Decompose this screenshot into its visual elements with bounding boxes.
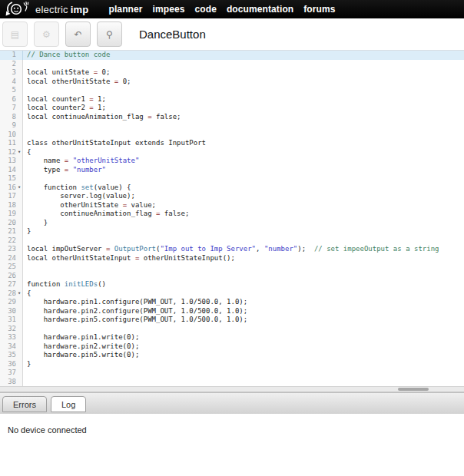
line-number: 24: [0, 254, 23, 263]
line-number: 12▾: [0, 148, 23, 157]
code-line-6[interactable]: 6local counter1 = 1;: [0, 95, 464, 104]
nav-item-planner[interactable]: planner: [109, 4, 143, 15]
line-number: 4: [0, 78, 23, 87]
code-text: server.log(value);: [23, 192, 135, 201]
line-number: 32: [0, 325, 23, 334]
code-line-34[interactable]: 34 hardware.pin2.write(0);: [0, 342, 464, 352]
code-line-13[interactable]: 13 name = "otherUnitState": [0, 157, 464, 166]
code-line-8[interactable]: 8local continueAnimation_flag = false;: [0, 113, 464, 122]
code-line-25[interactable]: 25: [0, 263, 464, 272]
code-line-3[interactable]: 3local unitState = 0;: [0, 68, 464, 78]
horizontal-scrollbar[interactable]: [0, 386, 464, 392]
line-number: 34: [0, 342, 23, 352]
code-line-37[interactable]: 37: [0, 369, 464, 378]
top-nav-bar: electricimp plannerimpeescodedocumentati…: [0, 0, 464, 18]
code-text: [23, 86, 27, 95]
code-line-21[interactable]: 21}: [0, 227, 464, 236]
code-line-36[interactable]: 36}: [0, 360, 464, 369]
code-line-4[interactable]: 4local otherUnitState = 0;: [0, 78, 464, 87]
code-text: [23, 369, 27, 378]
code-line-14[interactable]: 14 type = "number": [0, 166, 464, 175]
code-line-28[interactable]: 28▾{: [0, 289, 464, 299]
code-line-35[interactable]: 35 hardware.pin5.write(0);: [0, 351, 464, 360]
code-line-29[interactable]: 29 hardware.pin1.configure(PWM_OUT, 1.0/…: [0, 298, 464, 307]
code-line-11[interactable]: 11class otherUnitStateInput extends Inpu…: [0, 139, 464, 148]
scrollbar-thumb[interactable]: [398, 388, 429, 391]
code-text: [23, 325, 27, 334]
imp-logo-icon[interactable]: [3, 0, 31, 18]
line-number: 26: [0, 272, 23, 281]
code-text: [23, 121, 27, 131]
nav-item-documentation[interactable]: documentation: [227, 4, 293, 15]
code-text: type = "number": [23, 166, 106, 175]
code-line-38[interactable]: 38: [0, 378, 464, 387]
line-number: 13: [0, 157, 23, 166]
code-line-33[interactable]: 33 hardware.pin1.write(0);: [0, 333, 464, 342]
code-line-12[interactable]: 12▾{: [0, 148, 464, 157]
code-line-27[interactable]: 27function initLEDs(): [0, 280, 464, 289]
code-text: local otherUnitStateInput = otherUnitSta…: [23, 254, 235, 263]
code-line-15[interactable]: 15: [0, 174, 464, 183]
code-editor[interactable]: 1// Dance button code23local unitState =…: [0, 51, 464, 386]
code-line-23[interactable]: 23local impOutServer = OutputPort("Imp o…: [0, 245, 464, 254]
document-title: DanceButton: [139, 28, 206, 41]
nav-item-code[interactable]: code: [195, 4, 217, 15]
brand-wordmark[interactable]: electricimp: [35, 4, 89, 15]
fold-marker-icon[interactable]: ▾: [16, 148, 22, 157]
code-line-1[interactable]: 1// Dance button code: [0, 51, 464, 60]
code-text: local continueAnimation_flag = false;: [23, 113, 181, 122]
code-line-17[interactable]: 17 server.log(value);: [0, 192, 464, 201]
undo-arrow-icon: ↶: [74, 30, 81, 39]
code-text: [23, 378, 27, 387]
editor-toolbar: ▤⚙↶⚲ DanceButton: [0, 18, 464, 51]
code-line-30[interactable]: 30 hardware.pin2.configure(PWM_OUT, 1.0/…: [0, 307, 464, 316]
code-text: otherUnitState = value;: [23, 201, 156, 210]
code-line-32[interactable]: 32: [0, 325, 464, 334]
nav-item-impees[interactable]: impees: [153, 4, 185, 15]
gear-icon: ⚙: [42, 30, 51, 39]
code-line-24[interactable]: 24local otherUnitStateInput = otherUnitS…: [0, 254, 464, 263]
fold-marker-icon[interactable]: ▾: [16, 289, 22, 299]
code-line-5[interactable]: 5: [0, 86, 464, 95]
code-line-22[interactable]: 22: [0, 236, 464, 246]
code-text: local otherUnitState = 0;: [23, 78, 131, 87]
code-text: [23, 263, 27, 272]
line-number: 17: [0, 192, 23, 201]
line-number: 9: [0, 121, 23, 131]
code-line-10[interactable]: 10: [0, 131, 464, 140]
line-number: 22: [0, 236, 23, 246]
save-button[interactable]: ▤: [2, 21, 28, 47]
code-line-20[interactable]: 20 }: [0, 219, 464, 228]
code-line-7[interactable]: 7local counter2 = 1;: [0, 104, 464, 113]
build-button[interactable]: ⚙: [34, 21, 59, 47]
code-line-18[interactable]: 18 otherUnitState = value;: [0, 201, 464, 210]
code-text: [23, 174, 27, 183]
tab-errors[interactable]: Errors: [2, 396, 47, 412]
code-line-31[interactable]: 31 hardware.pin5.configure(PWM_OUT, 1.0/…: [0, 316, 464, 325]
code-text: local impOutServer = OutputPort("Imp out…: [23, 245, 439, 254]
code-line-9[interactable]: 9: [0, 121, 464, 131]
code-line-2[interactable]: 2: [0, 60, 464, 69]
code-text: // Dance button code: [23, 51, 110, 60]
code-text: local counter1 = 1;: [23, 95, 106, 104]
line-number: 30: [0, 307, 23, 316]
code-line-19[interactable]: 19 continueAnimation_flag = false;: [0, 210, 464, 219]
line-number: 23: [0, 245, 23, 254]
line-number: 21: [0, 227, 23, 236]
code-text: [23, 60, 27, 69]
fold-marker-icon[interactable]: ▾: [16, 183, 22, 193]
code-text: }: [23, 227, 31, 236]
code-text: local counter2 = 1;: [23, 104, 106, 113]
revert-button[interactable]: ↶: [65, 21, 91, 47]
inspect-button[interactable]: ⚲: [97, 21, 122, 47]
line-number: 36: [0, 360, 23, 369]
save-icon: ▤: [11, 30, 19, 39]
tab-log[interactable]: Log: [51, 396, 86, 412]
code-text: hardware.pin2.configure(PWM_OUT, 1.0/500…: [23, 307, 247, 316]
code-line-26[interactable]: 26: [0, 272, 464, 281]
code-text: hardware.pin5.write(0);: [23, 351, 139, 360]
line-number: 19: [0, 210, 23, 219]
brand-imp: imp: [71, 4, 89, 15]
nav-item-forums[interactable]: forums: [303, 4, 335, 15]
code-line-16[interactable]: 16▾ function set(value) {: [0, 183, 464, 193]
